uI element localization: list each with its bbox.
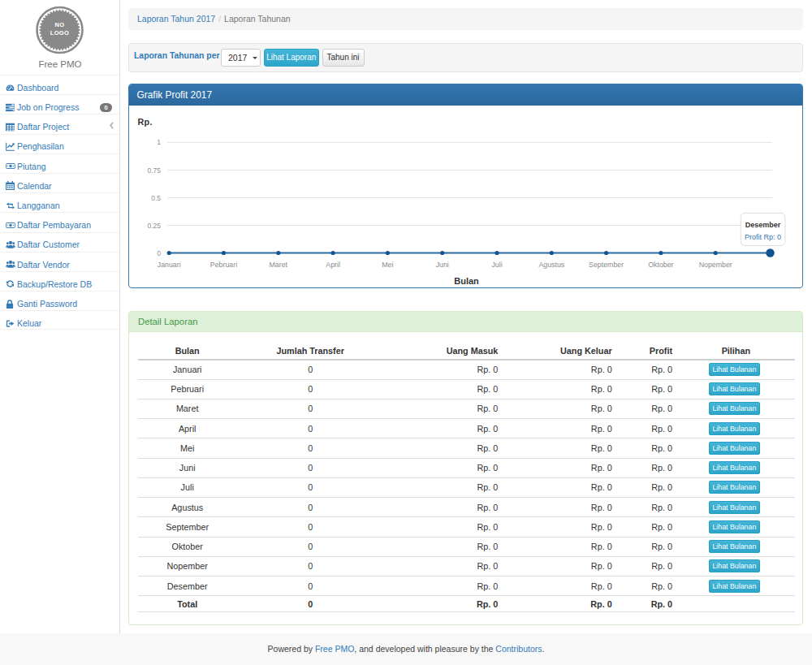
svg-text:Profit Rp: 0: Profit Rp: 0 xyxy=(745,233,781,241)
svg-text:Rp.: Rp. xyxy=(137,117,152,127)
svg-text:0.5: 0.5 xyxy=(151,194,161,202)
svg-text:September: September xyxy=(589,261,624,269)
svg-text:April: April xyxy=(326,261,340,269)
svg-text:Bulan: Bulan xyxy=(454,276,479,286)
svg-text:Januari: Januari xyxy=(157,261,180,269)
svg-text:LOGO: LOGO xyxy=(50,29,70,37)
svg-text:Maret: Maret xyxy=(269,261,287,269)
svg-text:Oktober: Oktober xyxy=(648,261,673,269)
svg-text:Nopember: Nopember xyxy=(698,261,732,269)
svg-text:Agustus: Agustus xyxy=(538,261,564,269)
svg-text:Juli: Juli xyxy=(491,261,502,269)
svg-text:Mei: Mei xyxy=(382,261,393,269)
svg-text:NO: NO xyxy=(54,21,64,28)
svg-text:Juni: Juni xyxy=(435,261,448,269)
svg-text:1: 1 xyxy=(157,138,161,146)
svg-text:0.75: 0.75 xyxy=(147,166,161,175)
svg-text:0.25: 0.25 xyxy=(147,222,161,230)
svg-text:Desember: Desember xyxy=(745,221,780,229)
svg-text:Pebruari: Pebruari xyxy=(209,261,236,269)
svg-text:0: 0 xyxy=(157,249,161,257)
